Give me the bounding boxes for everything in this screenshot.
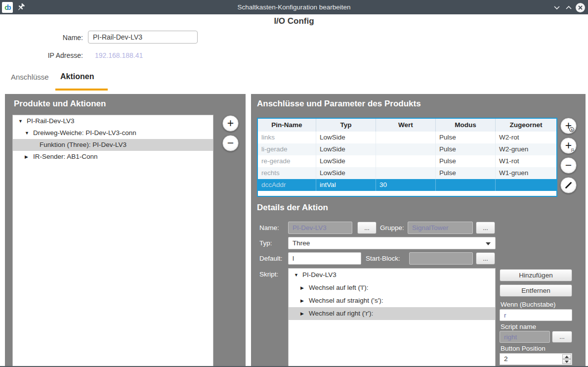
wenn-input[interactable]: r (500, 309, 572, 321)
table-cell: LowSide (316, 167, 376, 179)
spinner-down-button[interactable] (562, 359, 571, 364)
startblock-label: Start-Block: (366, 255, 400, 262)
table-cell: 30 (376, 179, 436, 191)
add-product-button[interactable]: + (222, 115, 239, 132)
typ-value: Three (293, 239, 310, 247)
pins-panel-title: Anschlüsse und Parameter des Produkts (257, 99, 421, 109)
tree-item-label: Funktion (Three): PI-Dev-LV3 (40, 139, 126, 151)
tab-aktionen[interactable]: Aktionen (60, 72, 94, 81)
table-row[interactable]: li-geradeLowSidePulseW2-gruen (258, 143, 556, 155)
table-cell: W1-rot (496, 155, 556, 167)
name-input[interactable] (88, 31, 198, 44)
tree-item-label: Dreiweg-Weiche: PI-Dev-LV3-conn (33, 127, 136, 139)
table-cell: dccAddr (258, 179, 316, 191)
table-cell: intVal (316, 179, 376, 191)
pins-table[interactable]: Pin-NameTypWertModusZugeornetlinksLowSid… (257, 118, 557, 197)
tree-item[interactable]: ▶Wechsel auf right ('r'): (289, 307, 495, 320)
table-cell (376, 143, 436, 155)
gruppe-label: Gruppe: (380, 224, 404, 231)
script-name-label: Script name (501, 323, 536, 330)
remove-pin-button[interactable]: − (560, 157, 577, 174)
tree-item[interactable]: Funktion (Three): PI-Dev-LV3 (13, 139, 213, 151)
chevron-right-icon[interactable]: ▶ (25, 151, 33, 163)
spinner-up-button[interactable] (562, 354, 571, 359)
sub-glyph: A (569, 127, 574, 132)
table-row[interactable]: linksLowSidePulseW2-rot (258, 132, 556, 143)
column-header[interactable]: Modus (436, 119, 496, 132)
skript-label: Skript: (259, 271, 278, 278)
table-row[interactable]: rechtsLowSidePulseW1-gruen (258, 167, 556, 179)
table-row[interactable]: dccAddrintVal30 (258, 179, 556, 191)
arrow-down-icon (565, 361, 569, 363)
skript-tree[interactable]: ▼PI-Dev-LV3▶Wechsel auf left ('l'):▶Wech… (288, 268, 496, 367)
table-cell: li-gerade (258, 143, 316, 155)
tree-item[interactable]: ▶Wechsel auf left ('l'): (289, 281, 495, 294)
close-icon (576, 3, 585, 12)
button-position-value: 2 (504, 355, 508, 363)
table-cell: LowSide (316, 143, 376, 155)
script-name-browse-button[interactable]: ... (552, 331, 572, 343)
entfernen-button[interactable]: Entfernen (500, 284, 572, 297)
titlebar[interactable]: cb Schaltkasten-Konfiguration bearbeiten (0, 0, 588, 14)
tree-item[interactable]: ▼Dreiweg-Weiche: PI-Dev-LV3-conn (13, 127, 213, 139)
column-header[interactable]: Zugeornet (496, 119, 556, 132)
tree-item[interactable]: ▼PI-Rail-Dev-LV3 (13, 115, 213, 127)
ip-value: 192.168.188.41 (95, 51, 143, 59)
column-header[interactable]: Typ (316, 119, 376, 132)
action-name-field: PI-Dev-LV3 (288, 222, 352, 234)
tab-anschluesse[interactable]: Anschlüsse (11, 73, 49, 81)
remove-product-button[interactable]: − (222, 135, 239, 151)
startblock-browse-button[interactable]: ... (476, 252, 495, 265)
typ-dropdown[interactable]: Three (288, 237, 496, 249)
chevron-down-icon[interactable]: ▼ (25, 127, 33, 139)
sub-glyph: |1 (571, 148, 574, 152)
tree-item[interactable]: ▶Wechsel auf straight ('s'): (289, 294, 495, 307)
minimize-button[interactable] (552, 2, 562, 12)
table-row[interactable]: re-geradeLowSidePulseW1-rot (258, 155, 556, 167)
table-cell: Pulse (436, 167, 496, 179)
gruppe-field: SignalTower (408, 222, 473, 234)
details-panel: Anschlüsse und Parameter des Produkts Pi… (251, 94, 586, 367)
dialog-window: cb Schaltkasten-Konfiguration bearbeiten… (0, 0, 588, 367)
table-cell: LowSide (316, 155, 376, 167)
typ-label: Typ: (259, 239, 272, 247)
chevron-down-icon[interactable]: ▼ (294, 269, 302, 281)
table-cell: re-gerade (258, 155, 316, 167)
table-cell: W2-rot (496, 132, 556, 143)
tree-item-label: PI-Dev-LV3 (302, 269, 336, 281)
add-pin-single-button[interactable]: +|1 (560, 138, 577, 154)
script-name-field: right (500, 331, 550, 343)
action-name-browse-button[interactable]: ... (357, 222, 377, 234)
close-button[interactable] (575, 2, 585, 12)
button-position-spinner[interactable]: 2 (500, 353, 572, 365)
button-position-label: Button Position (501, 345, 546, 352)
hinzufuegen-button[interactable]: Hinzufügen (500, 269, 572, 281)
startblock-field (409, 252, 473, 265)
table-cell: rechts (258, 167, 316, 179)
window-title: Schaltkasten-Konfiguration bearbeiten (0, 0, 588, 14)
minus-icon: − (227, 138, 234, 149)
column-header[interactable]: Wert (376, 119, 436, 132)
table-cell (436, 179, 496, 191)
maximize-button[interactable] (564, 2, 574, 12)
table-cell: Pulse (436, 132, 496, 143)
tree-item-label: Wechsel auf left ('l'): (309, 281, 368, 294)
chevron-right-icon[interactable]: ▶ (300, 294, 309, 307)
edit-pin-button[interactable] (560, 177, 577, 193)
add-pin-auto-button[interactable]: +A (560, 118, 577, 134)
chevron-right-icon[interactable]: ▶ (300, 281, 309, 294)
table-cell (376, 167, 436, 179)
column-header[interactable]: Pin-Name (258, 119, 316, 132)
arrow-up-icon (565, 356, 569, 358)
table-cell: Pulse (436, 155, 496, 167)
chevron-down-icon[interactable]: ▼ (18, 115, 27, 127)
chevron-right-icon[interactable]: ▶ (300, 307, 309, 320)
gruppe-browse-button[interactable]: ... (476, 222, 495, 234)
table-cell: links (258, 132, 316, 143)
products-tree[interactable]: ▼PI-Rail-Dev-LV3▼Dreiweg-Weiche: PI-Dev-… (12, 115, 213, 367)
default-field[interactable]: l (288, 252, 361, 265)
ip-label: IP Adresse: (30, 51, 83, 59)
table-cell (496, 179, 556, 191)
tree-item[interactable]: ▼PI-Dev-LV3 (289, 269, 495, 281)
tree-item[interactable]: ▶IR-Sender: AB1-Conn (13, 151, 213, 163)
